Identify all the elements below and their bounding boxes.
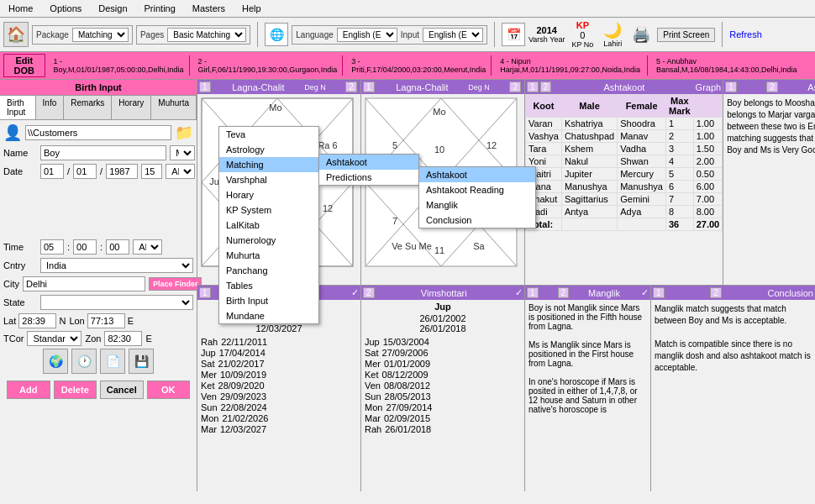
dob-entry-5[interactable]: 5 - Anubhav Bansal,M,16/08/1984,14:43:00… <box>651 55 812 76</box>
menu-lalkitab[interactable]: LalKitab <box>219 218 318 233</box>
vimsh2-num: 2 <box>363 287 375 298</box>
date-year[interactable] <box>106 164 138 179</box>
calendar-icon[interactable]: 📅 <box>502 23 525 46</box>
menu-varshphal[interactable]: Varshphal <box>219 172 318 187</box>
customer-input[interactable] <box>25 125 171 140</box>
cancel-btn[interactable]: Cancel <box>100 381 144 399</box>
tcor-row: TCor Standard Zon E <box>3 331 193 346</box>
tab-muhurta[interactable]: Muhurta <box>151 96 197 119</box>
menu-muhurta[interactable]: Muhurta <box>219 248 318 263</box>
ampm-select[interactable]: AMPM <box>133 239 162 255</box>
dob-entry-1[interactable]: 1 - Boy,M,01/01/1987,05:00:00,Delhi,Indi… <box>49 55 190 76</box>
tab-info[interactable]: Info <box>36 96 65 119</box>
state-row: State <box>3 295 193 310</box>
date-day[interactable] <box>40 164 64 179</box>
submenu-ashtakoot[interactable]: Ashtakoot <box>319 155 418 170</box>
ok-btn[interactable]: OK <box>147 381 191 399</box>
svg-text:Ra 6: Ra 6 <box>318 140 337 150</box>
refresh-btn[interactable]: Refresh <box>729 29 762 39</box>
tab-birth-input[interactable]: Birth Input <box>0 96 36 119</box>
menu-bar: Home Options Design Printing Masters Hel… <box>0 0 815 18</box>
time-label: Time <box>3 242 37 252</box>
reading-num2: 2 <box>766 81 778 92</box>
pages-group: Pages Basic Matching <box>136 25 250 45</box>
ashtakoot-num2: 2 <box>540 81 552 92</box>
chart2-title: Lagna-Chalit <box>396 82 448 92</box>
ayanamsa-value: Lahiri <box>603 39 622 48</box>
menu-help[interactable]: Help <box>237 2 266 15</box>
subsubmenu-ashtakoot[interactable]: Ashtakoot <box>419 167 535 182</box>
place-finder-btn[interactable]: Place Finder <box>149 277 202 291</box>
chart1-title: Lagna-Chalit <box>232 82 284 92</box>
subsubmenu-reading[interactable]: Ashtakoot Reading <box>419 182 535 197</box>
manglik-header: 1 2 Manglik ✓ <box>525 286 650 300</box>
package-dropdown[interactable]: Matching <box>72 28 129 42</box>
language-icon[interactable]: 🌐 <box>265 23 288 46</box>
tab-remarks[interactable]: Remarks <box>64 96 112 119</box>
submenu-predictions[interactable]: Predictions <box>319 170 418 185</box>
save-btn[interactable]: 💾 <box>129 349 154 374</box>
menu-printing[interactable]: Printing <box>139 2 181 15</box>
lat-group: Lat N <box>3 313 66 328</box>
time-hour[interactable] <box>40 239 64 255</box>
tcor-select[interactable]: Standard <box>27 331 82 346</box>
menu-panchang[interactable]: Panchang <box>219 263 318 278</box>
kp-no-icon: KP <box>571 20 593 30</box>
country-select[interactable]: India <box>40 258 193 273</box>
menu-home[interactable]: Home <box>3 2 38 15</box>
menu-mundane[interactable]: Mundane <box>219 308 318 323</box>
ashtakoot-subsubmenu: Ashtakoot Ashtakoot Reading Manglik Conc… <box>418 166 536 228</box>
delete-btn[interactable]: Delete <box>54 381 97 399</box>
date-num[interactable] <box>141 164 162 179</box>
coordinates-row: Lat N Lon E <box>3 313 193 328</box>
zon-dir: E <box>145 333 151 344</box>
time-sec[interactable] <box>106 239 129 255</box>
menu-design[interactable]: Design <box>93 2 132 15</box>
menu-numerology[interactable]: Numerology <box>219 233 318 248</box>
menu-teva[interactable]: Teva <box>219 127 318 142</box>
tab-horary[interactable]: Horary <box>112 96 151 119</box>
menu-birth-input[interactable]: Birth Input <box>219 293 318 308</box>
print-screen-btn[interactable]: Print Screen <box>657 28 715 42</box>
language-dropdown[interactable]: English (E <box>337 28 397 42</box>
menu-horary[interactable]: Horary <box>219 187 318 202</box>
clock-btn[interactable]: 🕐 <box>71 349 97 374</box>
state-select[interactable] <box>40 295 193 310</box>
dob-entry-3[interactable]: 3 - Priti,F,17/04/2000,03:20:00,Meerut,I… <box>346 55 492 76</box>
menu-kp[interactable]: KP System <box>219 202 318 218</box>
state-label: State <box>3 297 37 307</box>
ashtakoot-num1: 1 <box>527 81 539 92</box>
era-select[interactable]: AD <box>166 164 195 179</box>
date-month[interactable] <box>73 164 97 179</box>
home-icon[interactable]: 🏠 <box>3 22 29 47</box>
globe-btn[interactable]: 🌍 <box>43 349 68 374</box>
pages-dropdown[interactable]: Basic Matching <box>167 28 246 42</box>
lon-input[interactable] <box>87 313 125 328</box>
add-btn[interactable]: Add <box>7 381 50 399</box>
city-input[interactable] <box>23 276 145 291</box>
subsubmenu-conclusion[interactable]: Conclusion <box>419 213 535 228</box>
menu-masters[interactable]: Masters <box>187 2 230 15</box>
time-min[interactable] <box>73 239 97 255</box>
lat-input[interactable] <box>18 313 56 328</box>
menu-matching[interactable]: Matching <box>219 157 318 172</box>
edit-dob-btn[interactable]: Edit DOB <box>3 54 45 77</box>
menu-astrology[interactable]: Astrology <box>219 142 318 157</box>
matching-submenu: Ashtakoot Predictions Ashtakoot Ashtakoo… <box>318 154 419 186</box>
manglik-content: Boy is not Manglik since Mars is positio… <box>525 300 650 485</box>
subsubmenu-manglik[interactable]: Manglik <box>419 197 535 213</box>
chart2-num2: 2 <box>509 81 521 92</box>
menu-options[interactable]: Options <box>45 2 87 15</box>
sex-select[interactable]: MF <box>170 145 195 160</box>
dob-entry-4[interactable]: 4 - Nipun Harjai,M,01/11/1991,09:27:00,N… <box>495 55 648 76</box>
vimsh2-content: Jup 26/01/200226/01/2018 Jup15/03/2004 S… <box>361 300 524 485</box>
vimsh2-check: ✓ <box>515 287 523 298</box>
file-btn[interactable]: 📄 <box>100 349 125 374</box>
input-dropdown[interactable]: English (E <box>423 28 483 42</box>
name-input[interactable] <box>40 145 166 160</box>
dob-entry-2[interactable]: 2 - Girl,F,06/11/1990,19:30:00,Gurgaon,I… <box>193 55 344 76</box>
zon-input[interactable] <box>104 331 142 346</box>
vimsh2-planet-main: Jup <box>365 302 521 312</box>
menu-tables[interactable]: Tables <box>219 278 318 293</box>
conclusion-section: 1 2 Conclusion Manglik match suggests th… <box>651 286 815 491</box>
